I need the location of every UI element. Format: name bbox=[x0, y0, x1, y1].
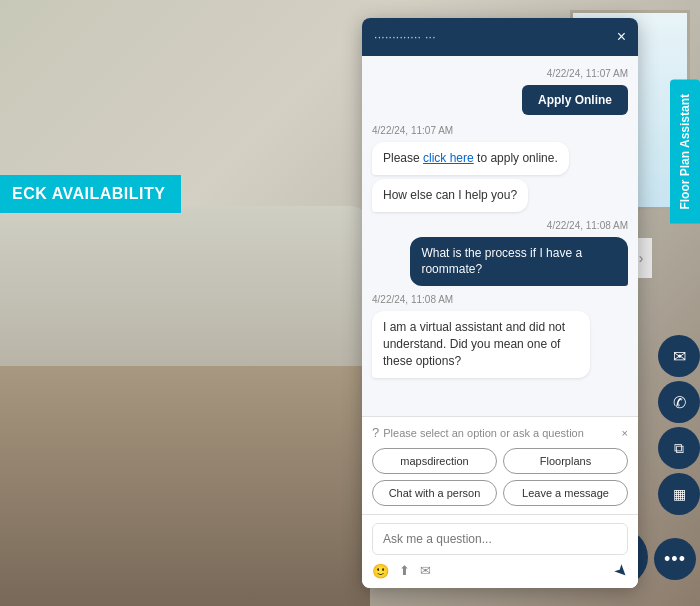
message-user-roommate: What is the process if I have a roommate… bbox=[410, 237, 628, 287]
options-panel: ? Please select an option or ask a quest… bbox=[362, 416, 638, 514]
option-floorplans[interactable]: Floorplans bbox=[503, 448, 628, 474]
message-bot-response: I am a virtual assistant and did not und… bbox=[372, 311, 590, 377]
send-icon: ➤ bbox=[611, 560, 632, 581]
right-sidebar-icons: ✉ ✆ ⧉ ▦ bbox=[658, 335, 700, 515]
message-help: How else can I help you? bbox=[372, 179, 528, 212]
emoji-icon[interactable]: 🙂 bbox=[372, 563, 389, 579]
message-apply-link: Please click here to apply online. bbox=[372, 142, 569, 175]
chevron-right-icon: › bbox=[639, 250, 644, 266]
question-icon: ? bbox=[372, 425, 379, 440]
phone-icon: ✆ bbox=[673, 393, 686, 412]
options-close-icon[interactable]: × bbox=[622, 427, 628, 439]
chat-input-field[interactable] bbox=[372, 523, 628, 555]
chat-close-button[interactable]: × bbox=[617, 29, 626, 45]
chat-action-bar: 🙂 ⬆ ✉ ➤ bbox=[372, 561, 628, 580]
option-chat-person[interactable]: Chat with a person bbox=[372, 480, 497, 506]
chat-window: ············· ··· × 4/22/24, 11:07 AM Ap… bbox=[362, 18, 638, 588]
option-leave-message[interactable]: Leave a message bbox=[503, 480, 628, 506]
click-here-link[interactable]: click here bbox=[423, 151, 474, 165]
send-button[interactable]: ➤ bbox=[610, 559, 633, 582]
check-availability-banner[interactable]: ECK AVAILABILITY bbox=[0, 175, 181, 213]
copy-button[interactable]: ⧉ bbox=[658, 427, 700, 469]
options-header: ? Please select an option or ask a quest… bbox=[372, 425, 628, 440]
timestamp-1: 4/22/24, 11:07 AM bbox=[372, 68, 628, 79]
more-options-button[interactable]: ••• bbox=[654, 538, 696, 580]
chat-messages-area: 4/22/24, 11:07 AM Apply Online 4/22/24, … bbox=[362, 56, 638, 416]
apply-online-button[interactable]: Apply Online bbox=[522, 85, 628, 115]
options-grid: mapsdirection Floorplans Chat with a per… bbox=[372, 448, 628, 506]
timestamp-2: 4/22/24, 11:07 AM bbox=[372, 125, 628, 136]
floor-plan-tab[interactable]: Floor Plan Assistant bbox=[670, 80, 700, 224]
calendar-button[interactable]: ▦ bbox=[658, 473, 700, 515]
mail-icon[interactable]: ✉ bbox=[420, 563, 431, 579]
calendar-icon: ▦ bbox=[673, 486, 686, 502]
chat-header-title: ············· ··· bbox=[374, 30, 436, 44]
more-dots-icon: ••• bbox=[664, 549, 686, 570]
chat-input-area: 🙂 ⬆ ✉ ➤ bbox=[362, 514, 638, 588]
couch-decoration bbox=[0, 206, 370, 606]
check-availability-label: ECK AVAILABILITY bbox=[12, 185, 165, 202]
export-icon[interactable]: ⬆ bbox=[399, 563, 410, 579]
timestamp-3: 4/22/24, 11:08 AM bbox=[372, 220, 628, 231]
options-header-label: Please select an option or ask a questio… bbox=[383, 427, 584, 439]
timestamp-4: 4/22/24, 11:08 AM bbox=[372, 294, 628, 305]
phone-button[interactable]: ✆ bbox=[658, 381, 700, 423]
chat-header: ············· ··· × bbox=[362, 18, 638, 56]
email-button[interactable]: ✉ bbox=[658, 335, 700, 377]
option-mapsdirection[interactable]: mapsdirection bbox=[372, 448, 497, 474]
copy-icon: ⧉ bbox=[674, 440, 684, 457]
email-icon: ✉ bbox=[673, 347, 686, 366]
chat-action-icons: 🙂 ⬆ ✉ bbox=[372, 563, 431, 579]
